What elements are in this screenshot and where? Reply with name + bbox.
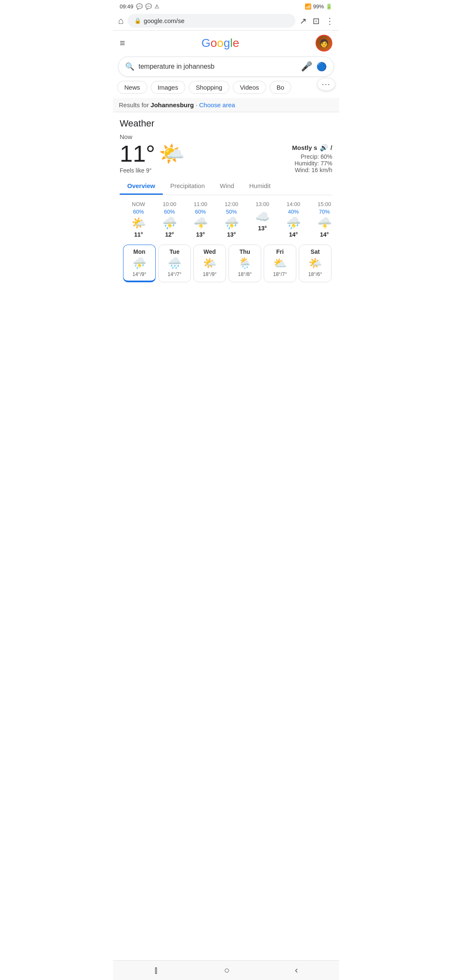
daily-temps-wed: 18°/9° bbox=[203, 271, 217, 277]
avatar-image: 🧑 bbox=[319, 39, 329, 48]
daily-day-tue: Tue bbox=[170, 248, 180, 255]
hourly-precip-10: 60% bbox=[164, 209, 175, 215]
microphone-icon[interactable]: 🎤 bbox=[301, 61, 312, 72]
hourly-item-15: 15:00 70% 🌩️ 14° bbox=[309, 199, 332, 240]
hourly-precip-12: 50% bbox=[226, 209, 237, 215]
hourly-time-10: 10:00 bbox=[163, 201, 177, 207]
battery-text: 99% bbox=[313, 3, 324, 10]
url-bar[interactable]: 🔒 google.com/se bbox=[128, 14, 295, 28]
status-bar: 09:49 💬 💬 ⚠ 📶 99% 🔋 bbox=[113, 0, 339, 11]
tab-wind[interactable]: Wind bbox=[212, 178, 241, 195]
hourly-precip-14: 40% bbox=[288, 209, 299, 215]
daily-item-mon[interactable]: Mon ⛈️ 14°/9° bbox=[123, 245, 156, 282]
results-separator: · bbox=[195, 101, 199, 108]
chip-books[interactable]: Bo bbox=[270, 81, 291, 94]
weather-icon-main: 🌤️ bbox=[159, 143, 185, 164]
hourly-temp-14: 14° bbox=[289, 231, 298, 238]
hourly-icon-13: ☁️ bbox=[255, 210, 270, 224]
tab-switcher-icon[interactable]: ⊡ bbox=[313, 16, 320, 26]
hourly-item-13: 13:00 ☁️ 13° bbox=[247, 199, 278, 240]
daily-temps-mon: 14°/9° bbox=[133, 271, 146, 277]
tab-humidity[interactable]: Humidit bbox=[241, 178, 278, 195]
daily-icon-wed: 🌤️ bbox=[203, 257, 216, 270]
status-time: 09:49 bbox=[120, 3, 134, 10]
hamburger-menu-icon[interactable]: ≡ bbox=[120, 38, 125, 49]
chip-news[interactable]: News bbox=[117, 81, 147, 94]
weather-wind: Wind: 16 km/h bbox=[292, 167, 332, 173]
weather-title: Weather bbox=[120, 118, 332, 129]
hourly-item-10: 10:00 60% ⛈️ 12° bbox=[154, 199, 185, 240]
search-icon: 🔍 bbox=[125, 62, 134, 71]
hourly-time-15: 15:00 bbox=[318, 201, 331, 207]
hourly-icon-14: ⛈️ bbox=[286, 216, 301, 230]
tab-precipitation[interactable]: Precipitation bbox=[163, 178, 213, 195]
choose-area-link[interactable]: Choose area bbox=[199, 101, 235, 108]
daily-row: Mon ⛈️ 14°/9° Tue 🌧️ 14°/7° Wed 🌤️ 18°/9… bbox=[123, 245, 331, 282]
daily-temps-thu: 18°/8° bbox=[238, 271, 252, 277]
hourly-temp-11: 13° bbox=[196, 231, 205, 238]
results-location: Johannesburg bbox=[151, 101, 194, 108]
whatsapp-icon: 💬 bbox=[136, 3, 143, 10]
message-icon: 💬 bbox=[145, 3, 152, 10]
chip-images[interactable]: Images bbox=[151, 81, 185, 94]
daily-item-wed[interactable]: Wed 🌤️ 18°/9° bbox=[193, 245, 226, 282]
hourly-row: NOW 60% 🌤️ 11° 10:00 60% ⛈️ 12° 11:00 60… bbox=[120, 199, 332, 240]
battery-icon: 🔋 bbox=[326, 3, 332, 10]
daily-item-fri[interactable]: Fri ⛅ 18°/7° bbox=[264, 245, 296, 282]
hourly-icon-15: 🌩️ bbox=[317, 216, 332, 230]
alert-icon: ⚠ bbox=[154, 3, 159, 10]
hourly-icon-now: 🌤️ bbox=[131, 216, 146, 230]
chip-shopping[interactable]: Shopping bbox=[189, 81, 229, 94]
search-bar[interactable]: 🔍 temperature in johannesb 🎤 🔵 bbox=[118, 57, 334, 77]
daily-item-tue[interactable]: Tue 🌧️ 14°/7° bbox=[158, 245, 191, 282]
hourly-time-13: 13:00 bbox=[256, 201, 270, 207]
weather-tabs: Overview Precipitation Wind Humidit bbox=[120, 178, 332, 195]
hourly-item-14: 14:00 40% ⛈️ 14° bbox=[278, 199, 309, 240]
hourly-time-12: 12:00 bbox=[225, 201, 239, 207]
weather-precip: Precip: 60% bbox=[292, 153, 332, 160]
daily-item-sat[interactable]: Sat 🌤️ 18°/6° bbox=[299, 245, 331, 282]
avatar[interactable]: 🧑 bbox=[316, 35, 332, 52]
lens-icon[interactable]: 🔵 bbox=[316, 62, 327, 72]
daily-item-thu[interactable]: Thu 🌦️ 18°/8° bbox=[229, 245, 261, 282]
share-icon[interactable]: ↗ bbox=[300, 16, 307, 26]
wifi-icon: 📶 bbox=[305, 3, 311, 10]
weather-card: Weather Now 11° 🌤️ Feels like 9° Mostly … bbox=[113, 112, 339, 293]
tab-overview[interactable]: Overview bbox=[120, 178, 163, 195]
browser-bar: ⌂ 🔒 google.com/se ↗ ⊡ ⋮ bbox=[113, 11, 339, 31]
hourly-item-11: 11:00 60% 🌩️ 13° bbox=[185, 199, 216, 240]
daily-temps-sat: 18°/6° bbox=[308, 271, 322, 277]
hourly-precip-11: 60% bbox=[195, 209, 206, 215]
weather-main: 11° 🌤️ Feels like 9° Mostly s 🔊 / Precip… bbox=[120, 142, 332, 174]
daily-day-mon: Mon bbox=[134, 248, 146, 255]
daily-day-fri: Fri bbox=[276, 248, 284, 255]
more-options-button[interactable]: ··· bbox=[318, 78, 335, 90]
chip-videos[interactable]: Videos bbox=[233, 81, 266, 94]
daily-icon-thu: 🌦️ bbox=[238, 257, 252, 270]
hourly-precip-15: 70% bbox=[319, 209, 330, 215]
results-prefix: Results for bbox=[119, 101, 151, 108]
filter-chips-container: News Images Shopping Videos Bo ··· bbox=[113, 81, 339, 98]
search-query[interactable]: temperature in johannesb bbox=[139, 63, 297, 70]
hourly-forecast: NOW 60% 🌤️ 11° 10:00 60% ⛈️ 12° 11:00 60… bbox=[120, 195, 332, 241]
weather-humidity: Humidity: 77% bbox=[292, 160, 332, 167]
hourly-item-now: NOW 60% 🌤️ 11° bbox=[123, 199, 154, 240]
hourly-temp-12: 13° bbox=[227, 231, 236, 238]
daily-forecast: Mon ⛈️ 14°/9° Tue 🌧️ 14°/7° Wed 🌤️ 18°/9… bbox=[120, 241, 332, 289]
hourly-temp-15: 14° bbox=[320, 231, 329, 238]
more-menu-icon[interactable]: ⋮ bbox=[326, 16, 334, 26]
daily-icon-sat: 🌤️ bbox=[308, 257, 322, 270]
hourly-time-14: 14:00 bbox=[287, 201, 300, 207]
hourly-time-now: NOW bbox=[132, 201, 145, 207]
daily-day-thu: Thu bbox=[239, 248, 250, 255]
daily-temps-fri: 18°/7° bbox=[273, 271, 287, 277]
weather-now-label: Now bbox=[120, 133, 332, 140]
url-text: google.com/se bbox=[144, 17, 185, 24]
speaker-icon[interactable]: 🔊 bbox=[320, 144, 328, 152]
hourly-time-11: 11:00 bbox=[194, 201, 208, 207]
weather-desc-slash: / bbox=[331, 144, 332, 151]
lock-icon: 🔒 bbox=[134, 18, 141, 24]
weather-temperature: 11° bbox=[120, 142, 155, 165]
hourly-temp-now: 11° bbox=[134, 231, 143, 238]
home-icon[interactable]: ⌂ bbox=[118, 15, 123, 26]
